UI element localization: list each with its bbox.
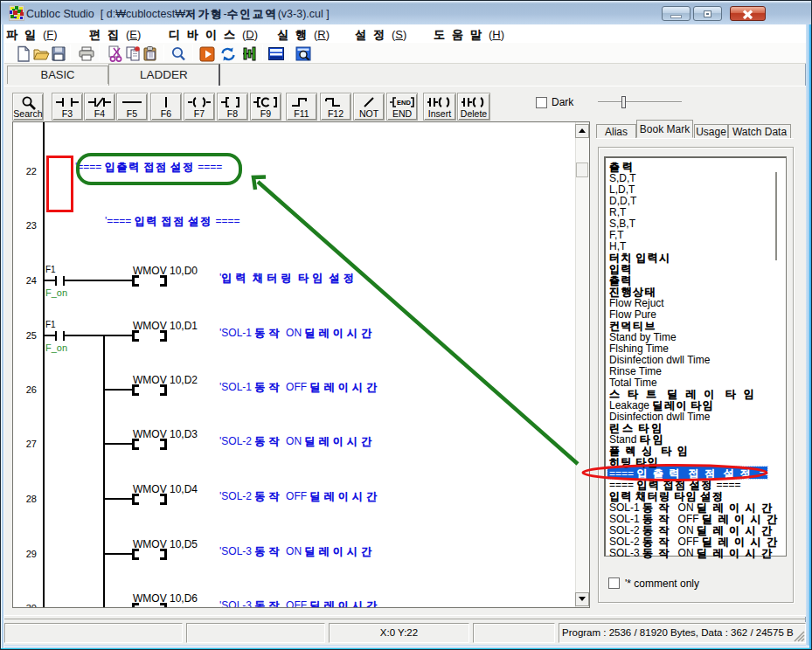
svg-text:END: END: [397, 99, 411, 107]
